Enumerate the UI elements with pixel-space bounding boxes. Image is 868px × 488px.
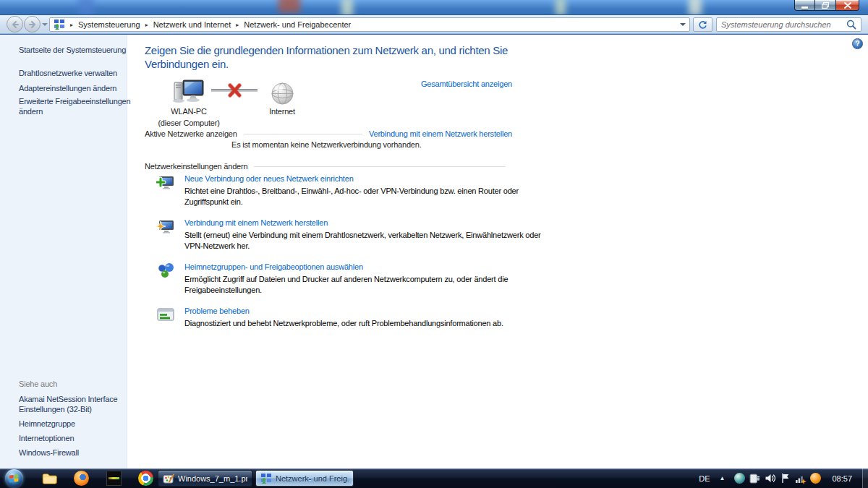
- sidebar-item-startseite[interactable]: Startseite der Systemsteuerung: [19, 45, 135, 55]
- sidebar-item-heimnetzgruppe[interactable]: Heimnetzgruppe: [19, 419, 135, 429]
- network-map-connection: [211, 82, 258, 100]
- globe-icon: [260, 74, 304, 105]
- address-dropdown-icon[interactable]: [680, 23, 686, 26]
- recent-pages-dropdown-icon[interactable]: [42, 23, 48, 26]
- taskbar-button-network-sharing[interactable]: Netzwerk- und Freig...: [255, 470, 354, 487]
- restore-icon: [822, 2, 829, 9]
- back-button[interactable]: [7, 16, 23, 33]
- search-input[interactable]: [721, 20, 846, 29]
- firefox-icon[interactable]: [74, 471, 89, 486]
- akamai-tray-icon[interactable]: [733, 472, 746, 484]
- taskbar: Windows_7_m_1.png... Netzwerk- und Freig…: [0, 468, 868, 488]
- sidebar-item-internetoptionen[interactable]: Internetoptionen: [19, 433, 135, 443]
- breadcrumb-freigabecenter[interactable]: Netzwerk- und Freigabecenter: [244, 20, 351, 29]
- homegroup-desc: Ermöglicht Zugriff auf Dateien und Druck…: [184, 274, 550, 296]
- task-new-connection[interactable]: Neue Verbindung oder neues Netzwerk einr…: [156, 174, 561, 207]
- network-map-internet[interactable]: Internet: [260, 74, 304, 116]
- address-bar[interactable]: ▸ Systemsteuerung ▸ Netzwerk und Interne…: [49, 17, 690, 32]
- active-networks-header: Aktive Netzwerke anzeigen: [145, 129, 237, 138]
- section-divider: [254, 166, 506, 167]
- show-hidden-icons-button[interactable]: ▲: [720, 475, 726, 481]
- troubleshoot-link[interactable]: Probleme beheben: [184, 306, 550, 317]
- safely-remove-icon[interactable]: [749, 472, 761, 484]
- new-connection-link[interactable]: Neue Verbindung oder neues Netzwerk einr…: [184, 174, 550, 184]
- connect-network-link[interactable]: Verbindung mit einem Netzwerk herstellen: [184, 218, 550, 228]
- action-center-flag-icon[interactable]: [779, 472, 791, 484]
- desktop-screen: ▸ Systemsteuerung ▸ Netzwerk und Interne…: [0, 0, 868, 488]
- windows-logo-icon: [9, 474, 19, 483]
- forward-button[interactable]: [24, 16, 41, 33]
- navigation-bar: ▸ Systemsteuerung ▸ Netzwerk und Interne…: [0, 15, 868, 34]
- connect-to-network-link[interactable]: Verbindung mit einem Netzwerk herstellen: [369, 129, 512, 138]
- close-button[interactable]: [835, 0, 859, 11]
- explorer-icon[interactable]: [42, 471, 57, 486]
- section-divider: [244, 134, 362, 134]
- restore-button[interactable]: [815, 0, 835, 11]
- troubleshoot-icon: [156, 306, 175, 329]
- network-status-icon[interactable]: [794, 472, 807, 484]
- window-body: Startseite der Systemsteuerung Drahtlosn…: [0, 35, 868, 468]
- task-homegroup[interactable]: Heimnetzgruppen- und Freigabeoptionen au…: [156, 262, 561, 296]
- clock[interactable]: 08:57: [832, 474, 852, 483]
- start-button[interactable]: [5, 469, 23, 487]
- network-settings-section: Netzwerkeinstellungen ändern: [145, 162, 512, 171]
- search-icon: [846, 20, 856, 30]
- search-box[interactable]: [716, 17, 861, 32]
- taskbar-button-label: Windows_7_m_1.png...: [178, 474, 247, 483]
- paint-icon: [163, 473, 174, 484]
- taskbar-button-paint-image[interactable]: Windows_7_m_1.png...: [158, 470, 252, 487]
- task-troubleshoot[interactable]: Probleme beheben Diagnostiziert und behe…: [156, 306, 561, 329]
- page-heading: Zeigen Sie die grundlegenden Information…: [145, 43, 550, 71]
- taskbar-button-label: Netzwerk- und Freig...: [276, 474, 349, 483]
- sidebar-item-akamai[interactable]: Akamai NetSession Interface Einstellunge…: [19, 394, 135, 414]
- task-connect-network[interactable]: Verbindung mit einem Netzwerk herstellen…: [156, 218, 561, 252]
- sidebar-item-freigabeeinstellungen[interactable]: Erweiterte Freigabeeinstellungen ändern: [19, 96, 135, 116]
- close-icon: [844, 2, 851, 9]
- updater-tray-icon[interactable]: [809, 472, 822, 484]
- window-titlebar[interactable]: [0, 0, 868, 15]
- full-map-link[interactable]: Gesamtübersicht anzeigen: [421, 80, 512, 88]
- sidebar-item-drahtlosnetzwerke[interactable]: Drahtlosnetzwerke verwalten: [19, 68, 135, 78]
- no-connection-status: Es ist momentan keine Netzwerkverbindung…: [231, 140, 422, 149]
- computer-label: WLAN-PC: [145, 107, 232, 116]
- glass-blur-decoration: [341, 0, 353, 15]
- new-connection-desc: Richtet eine Drahtlos-, Breitband-, Einw…: [184, 186, 550, 207]
- breadcrumb-systemsteuerung[interactable]: Systemsteuerung: [78, 20, 140, 29]
- glass-blur-decoration: [556, 0, 566, 15]
- see-also-header: Siehe auch: [19, 380, 135, 388]
- refresh-icon: [698, 20, 707, 30]
- sidebar-item-adaptereinstellungen[interactable]: Adaptereinstellungen ändern: [19, 83, 135, 93]
- console-app-icon[interactable]: [106, 471, 122, 486]
- troubleshoot-desc: Diagnostiziert und behebt Netzwerkproble…: [184, 318, 550, 329]
- show-desktop-button[interactable]: [862, 468, 868, 488]
- task-list: Neue Verbindung oder neues Netzwerk einr…: [156, 174, 561, 339]
- computer-sublabel: (dieser Computer): [145, 119, 232, 128]
- breadcrumb-separator-icon: ▸: [145, 22, 148, 28]
- language-indicator[interactable]: DE: [699, 474, 710, 483]
- volume-icon[interactable]: [764, 472, 776, 484]
- connect-network-icon: [156, 218, 175, 252]
- breadcrumb-separator-icon: ▸: [236, 22, 239, 28]
- network-sharing-center-icon: [260, 473, 272, 484]
- sidebar-item-windows-firewall[interactable]: Windows-Firewall: [19, 448, 135, 458]
- forward-arrow-icon: [27, 20, 38, 29]
- active-networks-section: Aktive Netzwerke anzeigen Verbindung mit…: [145, 129, 512, 138]
- minimize-icon: [801, 7, 808, 9]
- disconnected-x-icon[interactable]: [227, 83, 242, 100]
- glass-blur-decoration: [278, 0, 300, 13]
- system-tray: DE ▲: [699, 468, 868, 488]
- main-content: Zeigen Sie die grundlegenden Information…: [127, 35, 868, 468]
- refresh-button[interactable]: [693, 17, 712, 32]
- back-arrow-icon: [10, 20, 20, 29]
- glass-blur-decoration: [689, 0, 702, 15]
- homegroup-link[interactable]: Heimnetzgruppen- und Freigabeoptionen au…: [184, 262, 550, 273]
- help-icon[interactable]: [852, 38, 863, 49]
- breadcrumb-netzwerk-und-internet[interactable]: Netzwerk und Internet: [153, 20, 231, 29]
- sidebar: Startseite der Systemsteuerung Drahtlosn…: [0, 35, 127, 468]
- homegroup-icon: [156, 262, 175, 296]
- glass-blur-decoration: [78, 0, 94, 15]
- chrome-icon[interactable]: [138, 471, 153, 486]
- connect-network-desc: Stellt (erneut) eine Verbindung mit eine…: [184, 230, 550, 252]
- minimize-button[interactable]: [794, 0, 815, 11]
- network-sharing-center-icon: [54, 19, 65, 30]
